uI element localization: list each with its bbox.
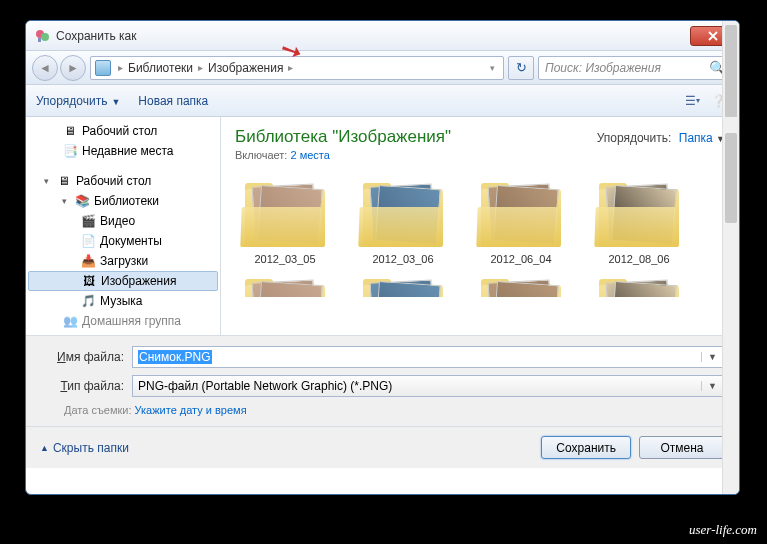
music-icon: 🎵	[80, 294, 96, 308]
folder-item[interactable]	[353, 273, 453, 297]
hide-folders-toggle[interactable]: ▲Скрыть папки	[40, 441, 129, 455]
tree-item-desktop-root[interactable]: ▾🖥Рабочий стол	[26, 171, 220, 191]
filename-input[interactable]: Снимок.PNG▼	[132, 346, 725, 368]
refresh-button[interactable]: ↻	[508, 56, 534, 80]
file-fields-panel: Имя файла: Снимок.PNG▼ Тип файла: PNG-фа…	[26, 335, 739, 426]
search-placeholder: Поиск: Изображения	[545, 61, 709, 75]
folder-label: 2012_03_06	[353, 253, 453, 265]
folder-item[interactable]	[589, 273, 689, 297]
filetype-label: Тип файла:	[40, 379, 132, 393]
tree-item-homegroup[interactable]: 👥Домашняя группа	[26, 311, 220, 331]
filename-label: Имя файла:	[40, 350, 132, 364]
date-link[interactable]: Укажите дату и время	[135, 404, 247, 416]
search-input[interactable]: Поиск: Изображения 🔍	[538, 56, 733, 80]
chevron-right-icon: ▸	[198, 62, 203, 73]
folder-label: 2012_08_06	[589, 253, 689, 265]
tree-item-recent[interactable]: 📑Недавние места	[26, 141, 220, 161]
window-title: Сохранить как	[56, 29, 136, 43]
filetype-select[interactable]: PNG-файл (Portable Network Graphic) (*.P…	[132, 375, 725, 397]
tree-item-documents[interactable]: 📄Документы	[26, 231, 220, 251]
chevron-right-icon: ▸	[288, 62, 293, 73]
content-scrollbar[interactable]	[722, 117, 739, 335]
nav-back-button[interactable]: ◄	[32, 55, 58, 81]
recent-icon: 📑	[62, 144, 78, 158]
tree-item-images[interactable]: 🖼Изображения	[28, 271, 218, 291]
dialog-footer: ▲Скрыть папки Сохранить Отмена	[26, 426, 739, 468]
date-taken-field: Дата съемки: Укажите дату и время	[40, 404, 725, 416]
homegroup-icon: 👥	[62, 314, 78, 328]
expand-icon[interactable]: ▾	[44, 176, 54, 186]
new-folder-button[interactable]: Новая папка	[138, 94, 208, 108]
organize-menu[interactable]: Упорядочить▼	[36, 94, 120, 108]
toolbar: Упорядочить▼ Новая папка ☰▾ ❔	[26, 85, 739, 117]
navigation-tree: 🖥Рабочий стол 📑Недавние места ▾🖥Рабочий …	[26, 117, 221, 335]
save-dialog-window: Сохранить как ◄ ► ▸ Библиотеки ▸ Изображ…	[25, 20, 740, 495]
libraries-icon: 📚	[74, 194, 90, 208]
svg-rect-2	[38, 38, 41, 42]
tree-item-downloads[interactable]: 📥Загрузки	[26, 251, 220, 271]
close-icon	[708, 31, 718, 41]
folder-item[interactable]: 2012_06_04	[471, 177, 571, 265]
folder-label: 2012_06_04	[471, 253, 571, 265]
svg-point-1	[41, 33, 49, 41]
sort-control[interactable]: Упорядочить: Папка ▼	[597, 131, 725, 145]
image-icon: 🖼	[81, 274, 97, 288]
desktop-icon: 🖥	[62, 124, 78, 138]
breadcrumb-bar[interactable]: ▸ Библиотеки ▸ Изображения ▸ ▾	[90, 56, 504, 80]
tree-item-desktop[interactable]: 🖥Рабочий стол	[26, 121, 220, 141]
folder-item[interactable]: 2012_03_05	[235, 177, 335, 265]
desktop-icon: 🖥	[56, 174, 72, 188]
nav-forward-button[interactable]: ►	[60, 55, 86, 81]
chevron-up-icon: ▲	[40, 443, 49, 453]
includes-link[interactable]: 2 места	[290, 149, 329, 161]
folder-content: Библиотека "Изображения" Упорядочить: Па…	[221, 117, 739, 335]
view-options-button[interactable]: ☰▾	[681, 91, 703, 111]
navigation-bar: ◄ ► ▸ Библиотеки ▸ Изображения ▸ ▾ ↻ Пои…	[26, 51, 739, 85]
cancel-button[interactable]: Отмена	[639, 436, 725, 459]
chevron-right-icon: ▸	[118, 62, 123, 73]
location-icon	[95, 60, 111, 76]
expand-icon[interactable]: ▾	[62, 196, 72, 206]
tree-item-music[interactable]: 🎵Музыка	[26, 291, 220, 311]
breadcrumb-item[interactable]: Библиотеки	[126, 61, 195, 75]
chevron-down-icon[interactable]: ▼	[701, 352, 719, 362]
chevron-down-icon: ▼	[111, 97, 120, 107]
document-icon: 📄	[80, 234, 96, 248]
folder-label: 2012_03_05	[235, 253, 335, 265]
library-includes: Включает: 2 места	[235, 149, 725, 161]
app-icon	[34, 28, 50, 44]
tree-item-libraries[interactable]: ▾📚Библиотеки	[26, 191, 220, 211]
save-button[interactable]: Сохранить	[541, 436, 631, 459]
chevron-down-icon[interactable]: ▾	[486, 63, 499, 73]
download-icon: 📥	[80, 254, 96, 268]
tree-item-video[interactable]: 🎬Видео	[26, 211, 220, 231]
watermark: user-life.com	[689, 522, 757, 538]
folder-item[interactable]: 2012_08_06	[589, 177, 689, 265]
library-title: Библиотека "Изображения"	[235, 127, 451, 147]
folder-item[interactable]	[235, 273, 335, 297]
folder-item[interactable]: 2012_03_06	[353, 177, 453, 265]
video-icon: 🎬	[80, 214, 96, 228]
chevron-down-icon[interactable]: ▼	[701, 381, 719, 391]
folder-item[interactable]	[471, 273, 571, 297]
breadcrumb-item[interactable]: Изображения	[206, 61, 285, 75]
titlebar: Сохранить как	[26, 21, 739, 51]
